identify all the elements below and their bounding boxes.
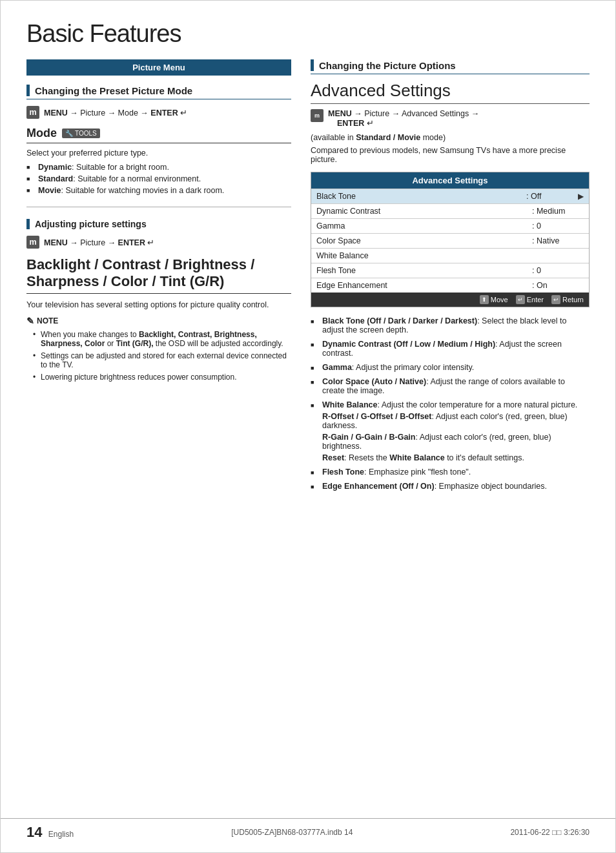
row-label: Dynamic Contrast — [316, 207, 532, 216]
list-item: Color Space (Auto / Native): Adjust the … — [311, 377, 590, 395]
note-box: ✎ NOTE When you make changes to Backligh… — [26, 316, 291, 382]
page-footer: 14 English [UD5005-ZA]BN68-03777A.indb 1… — [1, 818, 615, 841]
preset-mode-menu-nav: m MENU → Picture → Mode → ENTER ↵ — [26, 106, 291, 119]
white-balance-sub1: R-Offset / G-Offset / B-Offset: Adjust e… — [322, 412, 590, 430]
preset-mode-heading: Changing the Preset Picture Mode — [26, 85, 291, 99]
list-item: Flesh Tone: Emphasize pink "flesh tone". — [311, 468, 590, 477]
list-item: Gamma: Adjust the primary color intensit… — [311, 363, 590, 372]
tools-badge: 🔧 TOOLS — [62, 128, 100, 138]
move-icon: ⬆ — [480, 295, 489, 304]
picture-options-heading: Changing the Picture Options — [311, 59, 590, 74]
row-label: Gamma — [316, 221, 532, 231]
list-item: Standard: Suitable for a normal environm… — [26, 174, 291, 183]
row-label: Edge Enhancement — [316, 281, 532, 290]
table-header: Advanced Settings — [311, 172, 589, 189]
list-item: White Balance: Adjust the color temperat… — [311, 400, 590, 462]
table-row: White Balance — [311, 248, 589, 263]
available-text: (available in Standard / Movie mode) — [311, 133, 590, 142]
row-value: : Off — [526, 192, 578, 201]
picture-menu-bar: Picture Menu — [26, 59, 291, 76]
footer-page-number-section: 14 English — [26, 824, 74, 841]
table-row: Gamma : 0 — [311, 218, 589, 233]
return-icon: ↩ — [551, 295, 560, 304]
white-balance-sub2: R-Gain / G-Gain / B-Gain: Adjust each co… — [322, 433, 590, 451]
backlight-heading: Backlight / Contrast / Brightness /Sharp… — [26, 256, 291, 294]
row-label: White Balance — [316, 251, 532, 260]
enter-icon: ↵ — [516, 295, 525, 304]
advanced-settings-table: Advanced Settings Black Tone : Off ▶ Dyn… — [311, 172, 590, 307]
row-value: : 0 — [532, 221, 584, 231]
menu-icon-1: m — [26, 106, 39, 119]
mode-heading: Mode 🔧 TOOLS — [26, 127, 291, 143]
tools-icon: 🔧 — [65, 130, 73, 137]
advanced-settings-large-heading: Advanced Settings — [311, 81, 590, 104]
row-value: : Medium — [532, 207, 584, 216]
note-title: ✎ NOTE — [26, 316, 291, 326]
page-wrapper: Basic Features Picture Menu Changing the… — [0, 0, 616, 853]
adjusting-picture-heading: Adjusting picture settings — [26, 219, 291, 229]
row-arrow-icon: ▶ — [578, 192, 584, 201]
two-column-layout: Picture Menu Changing the Preset Picture… — [26, 59, 590, 497]
menu-icon-3: m — [311, 109, 323, 122]
left-column: Picture Menu Changing the Preset Picture… — [26, 59, 291, 497]
compared-text: Compared to previous models, new Samsung… — [311, 146, 590, 164]
table-row: Flesh Tone : 0 — [311, 263, 589, 278]
divider-1 — [26, 207, 291, 207]
table-row: Edge Enhancement : On — [311, 278, 589, 293]
row-value: : Native — [532, 236, 584, 245]
list-item: Black Tone (Off / Dark / Darker / Darkes… — [311, 316, 590, 334]
footer-file-ref: [UD5005-ZA]BN68-03777A.indb 14 — [231, 828, 353, 837]
white-balance-sub3: Reset: Resets the White Balance to it's … — [322, 453, 590, 462]
page-number: 14 — [26, 824, 42, 840]
adjusting-menu-nav: m MENU → Picture → ENTER ↵ — [26, 236, 291, 249]
list-item: Dynamic: Suitable for a bright room. — [26, 163, 291, 172]
note-pencil-icon: ✎ — [26, 316, 34, 326]
row-label: Flesh Tone — [316, 266, 532, 275]
note-list: When you make changes to Backlight, Cont… — [26, 330, 291, 382]
mode-desc: Select your preferred picture type. — [26, 149, 291, 158]
footer-date: 2011-06-22 □□ 3:26:30 — [510, 828, 590, 837]
footer-move: ⬆ Move — [480, 295, 508, 304]
footer-language: English — [48, 830, 74, 839]
list-item: Movie: Suitable for watching movies in a… — [26, 186, 291, 195]
note-list-item: Settings can be adjusted and stored for … — [33, 351, 291, 369]
page-title: Basic Features — [26, 20, 590, 48]
mode-bullet-list: Dynamic: Suitable for a bright room. Sta… — [26, 163, 291, 195]
menu-nav-text-1: MENU → Picture → Mode → ENTER ↵ — [44, 108, 187, 118]
adv-nav-text: MENU → Picture → Advanced Settings → ENT… — [328, 109, 479, 128]
menu-nav-text-2: MENU → Picture → ENTER ↵ — [44, 238, 154, 247]
row-value: : 0 — [532, 266, 584, 275]
list-item: Edge Enhancement (Off / On): Emphasize o… — [311, 482, 590, 491]
row-label: Black Tone — [316, 192, 526, 201]
adv-settings-bullet-list: Black Tone (Off / Dark / Darker / Darkes… — [311, 316, 590, 491]
list-item: Dynamic Contrast (Off / Low / Medium / H… — [311, 340, 590, 358]
row-label: Color Space — [316, 236, 532, 245]
adv-settings-menu-nav: m MENU → Picture → Advanced Settings → E… — [311, 109, 590, 128]
picture-quality-desc: Your television has several setting opti… — [26, 300, 291, 309]
table-row: Black Tone : Off ▶ — [311, 189, 589, 203]
table-footer: ⬆ Move ↵ Enter ↩ Return — [311, 293, 589, 307]
menu-icon-2: m — [26, 236, 39, 249]
note-list-item: When you make changes to Backlight, Cont… — [33, 330, 291, 348]
footer-enter: ↵ Enter — [516, 295, 544, 304]
footer-return: ↩ Return — [551, 295, 584, 304]
table-row: Color Space : Native — [311, 233, 589, 248]
note-list-item: Lowering picture brightness reduces powe… — [33, 373, 291, 382]
right-column: Changing the Picture Options Advanced Se… — [311, 59, 590, 497]
table-row: Dynamic Contrast : Medium — [311, 203, 589, 218]
row-value: : On — [532, 281, 584, 290]
